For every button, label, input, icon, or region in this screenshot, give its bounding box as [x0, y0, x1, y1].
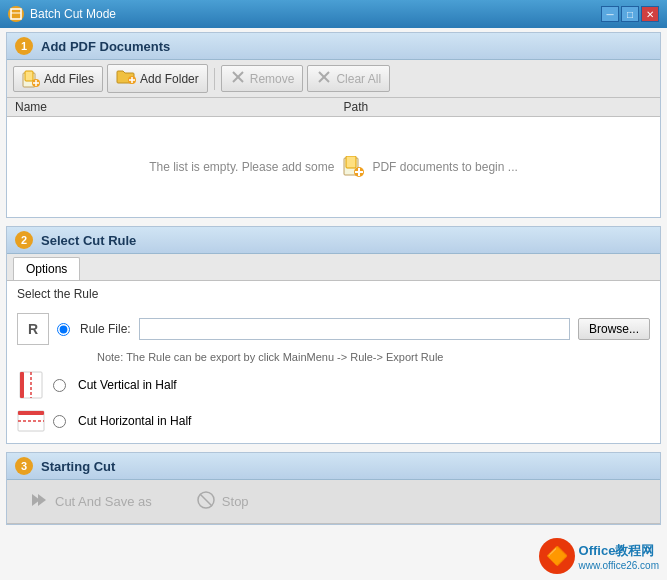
- cut-horizontal-row: Cut Horizontal in Half: [17, 403, 650, 439]
- app-icon: [8, 6, 24, 22]
- add-folder-button[interactable]: Add Folder: [107, 64, 208, 93]
- rule-file-label: Rule File:: [80, 322, 131, 336]
- section3-title: Starting Cut: [41, 459, 115, 474]
- stop-label: Stop: [222, 494, 249, 509]
- section1-title: Add PDF Documents: [41, 39, 170, 54]
- add-files-button[interactable]: Add Files: [13, 66, 103, 92]
- site-url: www.office26.com: [579, 560, 659, 571]
- stop-button[interactable]: Stop: [184, 486, 261, 517]
- window-controls: ─ □ ✕: [601, 6, 659, 22]
- office-logo: 🔶: [539, 538, 575, 574]
- cut-horizontal-label: Cut Horizontal in Half: [78, 414, 191, 428]
- section-add-pdf: 1 Add PDF Documents Add Files: [6, 32, 661, 218]
- add-files-icon: [22, 70, 40, 88]
- logo-text: 🔶: [546, 545, 568, 567]
- cut-horizontal-icon: [17, 407, 45, 435]
- rule-file-input[interactable]: [139, 318, 570, 340]
- add-folder-icon: [116, 68, 136, 89]
- browse-button[interactable]: Browse...: [578, 318, 650, 340]
- remove-button[interactable]: Remove: [221, 65, 304, 92]
- stop-icon: [196, 490, 216, 513]
- section2-title: Select Cut Rule: [41, 233, 136, 248]
- add-folder-label: Add Folder: [140, 72, 199, 86]
- site-name: Office教程网: [579, 542, 659, 560]
- svg-marker-26: [38, 494, 46, 506]
- pdf-toolbar: Add Files Add Folder: [7, 60, 660, 98]
- rule-icon-box: R: [17, 313, 49, 345]
- empty-msg-text: The list is empty. Please add some: [149, 160, 334, 174]
- cut-vertical-row: Cut Vertical in Half: [17, 367, 650, 403]
- clear-all-icon: [316, 69, 332, 88]
- empty-msg-end: PDF documents to begin ...: [372, 160, 517, 174]
- clear-all-label: Clear All: [336, 72, 381, 86]
- section2-header: 2 Select Cut Rule: [7, 227, 660, 254]
- cut-and-save-button[interactable]: Cut And Save as: [17, 486, 164, 517]
- svg-rect-15: [346, 156, 356, 168]
- col-path-header: Path: [324, 100, 653, 114]
- tab-options[interactable]: Options: [13, 257, 80, 280]
- section-starting-cut: 3 Starting Cut Cut And Save as: [6, 452, 661, 525]
- cut-rule-tabs: Options: [7, 254, 660, 281]
- cut-vertical-radio[interactable]: [53, 379, 66, 392]
- file-list-header: Name Path: [7, 98, 660, 117]
- empty-message: The list is empty. Please add some PDF d…: [149, 156, 518, 178]
- section3-header: 3 Starting Cut: [7, 453, 660, 480]
- toolbar-sep1: [214, 68, 215, 90]
- svg-rect-0: [11, 9, 21, 19]
- minimize-btn[interactable]: ─: [601, 6, 619, 22]
- step3-badge: 3: [15, 457, 33, 475]
- svg-line-28: [200, 494, 212, 506]
- file-list-content: The list is empty. Please add some PDF d…: [7, 117, 660, 217]
- window-title: Batch Cut Mode: [30, 7, 601, 21]
- remove-icon: [230, 69, 246, 88]
- cut-save-label: Cut And Save as: [55, 494, 152, 509]
- maximize-btn[interactable]: □: [621, 6, 639, 22]
- section2-content: Options Select the Rule R Rule File: Bro…: [7, 254, 660, 443]
- empty-pdf-icon: [342, 156, 364, 178]
- title-bar: Batch Cut Mode ─ □ ✕: [0, 0, 667, 28]
- rule-r-label: R: [28, 321, 38, 337]
- close-btn[interactable]: ✕: [641, 6, 659, 22]
- cut-save-icon: [29, 490, 49, 513]
- rule-options: R Rule File: Browse... Note: The Rule ca…: [7, 305, 660, 443]
- cut-vertical-icon: [17, 371, 45, 399]
- rule-note: Note: The Rule can be export by click Ma…: [17, 349, 650, 367]
- clear-all-button[interactable]: Clear All: [307, 65, 390, 92]
- cut-horizontal-radio[interactable]: [53, 415, 66, 428]
- svg-rect-23: [18, 411, 44, 415]
- watermark-info: Office教程网 www.office26.com: [579, 542, 659, 571]
- add-files-label: Add Files: [44, 72, 94, 86]
- cut-vertical-label: Cut Vertical in Half: [78, 378, 177, 392]
- watermark: 🔶 Office教程网 www.office26.com: [539, 538, 659, 574]
- step2-badge: 2: [15, 231, 33, 249]
- section-cut-rule: 2 Select Cut Rule Options Select the Rul…: [6, 226, 661, 444]
- start-toolbar: Cut And Save as Stop: [7, 480, 660, 524]
- rule-file-radio[interactable]: [57, 323, 70, 336]
- main-container: 1 Add PDF Documents Add Files: [0, 28, 667, 580]
- col-name-header: Name: [15, 100, 324, 114]
- section1-header: 1 Add PDF Documents: [7, 33, 660, 60]
- step1-badge: 1: [15, 37, 33, 55]
- remove-label: Remove: [250, 72, 295, 86]
- rule-file-row: R Rule File: Browse...: [17, 309, 650, 349]
- select-rule-label: Select the Rule: [7, 281, 660, 305]
- svg-rect-20: [20, 372, 24, 398]
- svg-rect-3: [25, 71, 33, 81]
